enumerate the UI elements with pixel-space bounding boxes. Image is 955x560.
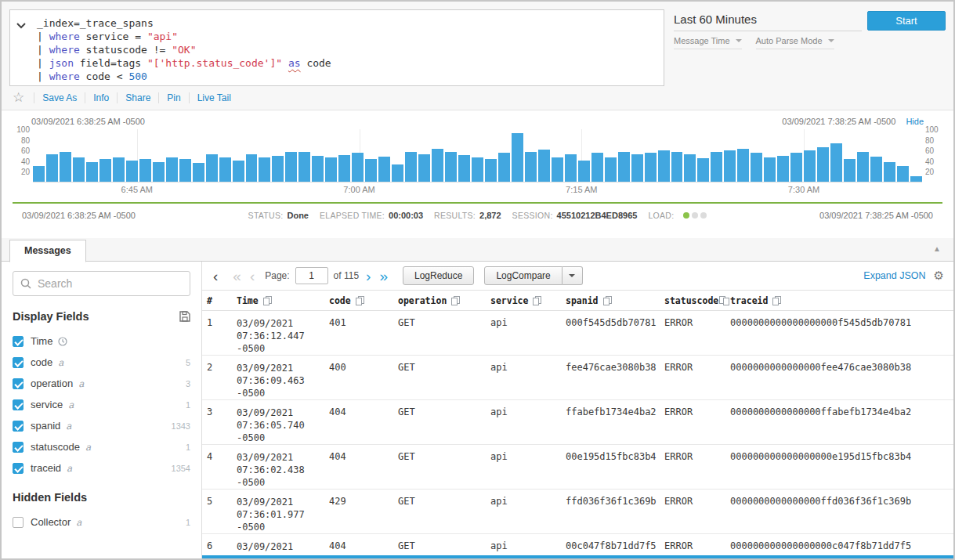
histogram-bar[interactable] — [538, 150, 550, 182]
histogram-bar[interactable] — [552, 157, 563, 182]
histogram-bar[interactable] — [418, 154, 430, 182]
histogram-bar[interactable] — [857, 152, 869, 182]
histogram-bar[interactable] — [697, 158, 709, 182]
histogram-bar[interactable] — [432, 149, 443, 182]
back-arrow-icon[interactable]: ‹ — [212, 269, 219, 284]
histogram-bar[interactable] — [153, 162, 165, 182]
page-number-input[interactable] — [295, 267, 328, 284]
histogram-bar[interactable] — [605, 157, 617, 182]
histogram-bar[interactable] — [472, 157, 483, 182]
histogram-bar[interactable] — [830, 143, 842, 182]
field-checkbox[interactable] — [13, 421, 24, 432]
column-header-spanid[interactable]: spanid — [561, 295, 660, 306]
collapse-panel-icon[interactable]: ▲ — [933, 244, 941, 253]
auto-parse-mode-dropdown[interactable]: Auto Parse Mode — [756, 36, 834, 49]
histogram-bar[interactable] — [790, 153, 802, 182]
copy-icon[interactable] — [356, 296, 364, 305]
copy-icon[interactable] — [723, 296, 725, 305]
first-page-icon[interactable]: « — [231, 269, 243, 284]
start-button[interactable]: Start — [867, 11, 946, 31]
field-row-spanid[interactable]: spanida1343 — [13, 415, 190, 436]
histogram-bar[interactable] — [844, 159, 856, 182]
info-link[interactable]: Info — [85, 92, 117, 103]
search-input[interactable] — [38, 277, 183, 290]
table-row[interactable]: 403/09/202107:36:02.438 -0500404GETapi00… — [202, 445, 953, 490]
histogram-bar[interactable] — [817, 147, 829, 182]
column-header-service[interactable]: service — [486, 295, 561, 306]
histogram-bar[interactable] — [591, 153, 603, 182]
field-checkbox[interactable] — [13, 399, 24, 410]
histogram-bar[interactable] — [645, 153, 657, 182]
copy-icon[interactable] — [533, 296, 541, 305]
logreduce-button[interactable]: LogReduce — [403, 266, 474, 285]
histogram-bar[interactable] — [578, 161, 590, 182]
histogram-bar[interactable] — [485, 159, 497, 182]
histogram-bar[interactable] — [298, 152, 310, 182]
histogram-bar[interactable] — [113, 157, 125, 182]
column-header-traceid[interactable]: traceid — [725, 295, 953, 306]
field-search-box[interactable] — [13, 271, 190, 296]
histogram-bar[interactable] — [166, 157, 178, 182]
histogram-bar[interactable] — [565, 154, 577, 182]
histogram-bar[interactable] — [325, 157, 337, 182]
histogram-bar[interactable] — [870, 157, 882, 182]
histogram-bar[interactable] — [33, 166, 45, 182]
copy-icon[interactable] — [772, 296, 781, 305]
pin-link[interactable]: Pin — [158, 92, 188, 103]
histogram-bar[interactable] — [206, 154, 218, 182]
histogram-bar[interactable] — [86, 162, 98, 182]
histogram-bar[interactable] — [312, 156, 324, 182]
field-row-traceid[interactable]: traceida1354 — [13, 457, 190, 479]
logcompare-dropdown-icon[interactable] — [563, 266, 583, 285]
histogram-bar[interactable] — [392, 164, 403, 182]
table-row[interactable]: 103/09/202107:36:12.447 -0500401GETapi00… — [202, 311, 953, 356]
field-checkbox[interactable] — [13, 336, 24, 347]
table-row[interactable]: 203/09/202107:36:09.463 -0500400GETapife… — [202, 356, 953, 400]
histogram-bar[interactable] — [338, 155, 350, 182]
histogram-bar[interactable] — [684, 154, 696, 182]
histogram-bar[interactable] — [46, 154, 58, 182]
histogram-bar[interactable] — [498, 153, 510, 182]
column-header-code[interactable]: code — [324, 295, 393, 306]
histogram-bar[interactable] — [352, 153, 364, 182]
field-row-service[interactable]: servicea1 — [13, 394, 190, 415]
histogram-bar[interactable] — [671, 152, 683, 182]
histogram-bar[interactable] — [378, 157, 390, 182]
histogram-bar[interactable] — [658, 150, 670, 182]
histogram-bar[interactable] — [631, 154, 643, 182]
hide-histogram-link[interactable]: Hide — [906, 117, 924, 126]
copy-icon[interactable] — [603, 296, 612, 305]
histogram-bar[interactable] — [365, 159, 377, 182]
last-page-icon[interactable]: » — [378, 269, 389, 284]
time-range-dropdown[interactable]: Last 60 Minutes — [674, 13, 862, 31]
expand-json-link[interactable]: Expand JSON — [863, 270, 925, 281]
live-tail-link[interactable]: Live Tail — [189, 92, 239, 103]
query-collapse-chevron-icon[interactable] — [10, 10, 32, 85]
histogram-bar[interactable] — [179, 159, 191, 182]
histogram-bar[interactable] — [711, 152, 722, 182]
field-row-code[interactable]: codea5 — [13, 352, 190, 373]
histogram-bar[interactable] — [193, 163, 204, 182]
histogram-bar[interactable] — [897, 166, 909, 182]
histogram-bar[interactable] — [804, 150, 816, 182]
histogram-bar[interactable] — [246, 154, 258, 182]
histogram-bar[interactable] — [272, 156, 284, 182]
table-row[interactable]: 503/09/202107:36:01.977 -0500429GETapiff… — [202, 490, 953, 534]
histogram-bar[interactable] — [751, 153, 762, 182]
copy-icon[interactable] — [451, 296, 460, 305]
histogram-bar[interactable] — [445, 152, 457, 182]
histogram-bar[interactable] — [512, 133, 523, 182]
histogram-bar[interactable] — [525, 152, 537, 182]
histogram-bar[interactable] — [910, 176, 922, 182]
field-row-statuscode[interactable]: statuscodea1 — [13, 436, 190, 457]
next-page-icon[interactable]: › — [364, 269, 372, 284]
field-row-collector[interactable]: Collectora1 — [13, 511, 190, 533]
gear-icon[interactable]: ⚙ — [934, 269, 944, 283]
histogram-bar[interactable] — [219, 157, 231, 182]
histogram-bar[interactable] — [618, 152, 630, 182]
prev-page-icon[interactable]: ‹ — [248, 269, 256, 284]
histogram-bar[interactable] — [884, 162, 895, 182]
table-row[interactable]: 303/09/202107:36:05.740 -0500404GETapiff… — [202, 400, 953, 445]
field-checkbox[interactable] — [13, 357, 24, 368]
column-header-statuscode[interactable]: statuscode — [660, 295, 725, 306]
